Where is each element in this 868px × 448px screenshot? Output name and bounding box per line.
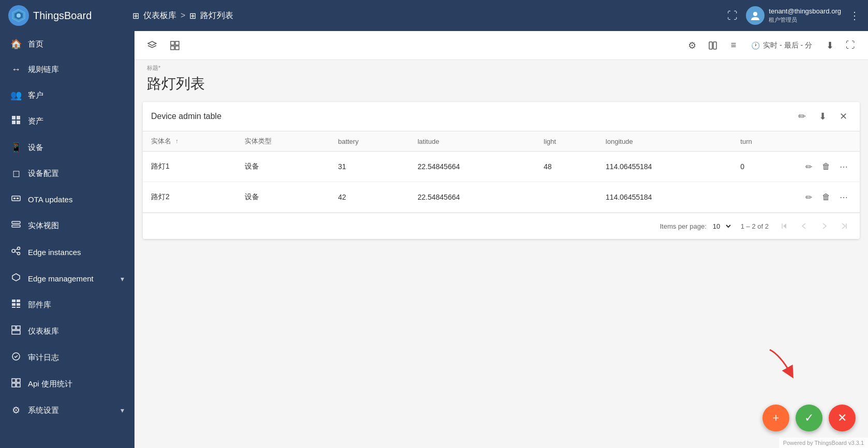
svg-rect-12 — [12, 225, 20, 227]
fullscreen-icon[interactable]: ⛶ — [727, 10, 738, 22]
breadcrumb-parent[interactable]: 仪表板库 — [143, 10, 176, 21]
sidebar-label-entity-view: 实体视图 — [28, 221, 124, 231]
sidebar-item-entity-view[interactable]: 实体视图 — [0, 213, 134, 239]
cell-light: 48 — [535, 152, 597, 182]
sidebar-item-widgets[interactable]: 部件库 — [0, 292, 134, 318]
app-name: ThingsBoard — [33, 10, 92, 22]
svg-rect-36 — [709, 42, 712, 49]
edit-row-button[interactable]: ✏ — [801, 159, 816, 174]
dashboards-icon — [10, 325, 22, 337]
prev-page-button[interactable] — [797, 218, 812, 234]
download-button[interactable]: ⬇ — [820, 36, 839, 55]
sidebar-item-api-usage[interactable]: Api 使用统计 — [0, 371, 134, 397]
svg-rect-26 — [12, 331, 20, 334]
logo-icon — [8, 5, 29, 26]
confirm-fab-button[interactable]: ✓ — [796, 405, 822, 431]
time-range-button[interactable]: 🕐 实时 - 最后 - 分 — [745, 38, 818, 53]
cancel-fab-button[interactable]: ✕ — [829, 405, 856, 431]
cell-entity-name: 路灯2 — [143, 182, 236, 213]
footer: Powered by ThingsBoard v3.3.1 — [779, 438, 868, 448]
sidebar-label-audit: 审计日志 — [28, 353, 124, 363]
filter-button[interactable]: ≡ — [724, 36, 743, 55]
cell-turn — [732, 182, 792, 213]
sidebar-label-devices: 设备 — [28, 143, 124, 153]
device-config-icon: ◻ — [10, 168, 22, 179]
svg-rect-31 — [17, 383, 20, 387]
next-page-button[interactable] — [816, 218, 832, 234]
widgets-icon — [10, 299, 22, 311]
items-per-page-select[interactable]: 10 25 50 100 — [711, 222, 732, 231]
sidebar-item-edge-instances[interactable]: Edge instances — [0, 239, 134, 265]
sidebar-item-edge-management[interactable]: Edge management ▾ — [0, 265, 134, 292]
user-role: 租户管理员 — [769, 16, 841, 24]
svg-rect-33 — [175, 41, 179, 45]
download-widget-button[interactable]: ⬇ — [814, 108, 831, 125]
confirm-icon: ✓ — [804, 411, 814, 425]
sidebar-item-system-settings[interactable]: ⚙ 系统设置 ▾ — [0, 397, 134, 423]
export-button[interactable] — [704, 36, 722, 55]
sidebar-item-customers[interactable]: 👥 客户 — [0, 82, 134, 108]
sidebar-item-audit[interactable]: 审计日志 — [0, 345, 134, 371]
more-row-button[interactable]: ⋯ — [836, 159, 851, 174]
widget-header: Device admin table ✏ ⬇ ✕ — [143, 102, 860, 131]
time-range-label: 实时 - 最后 - 分 — [763, 41, 812, 50]
col-header-entity-name: 实体名 ↑ — [143, 131, 236, 152]
sidebar-label-home: 首页 — [28, 39, 124, 49]
sidebar-item-rules[interactable]: ↔ 规则链库 — [0, 57, 134, 82]
sidebar-label-device-config: 设备配置 — [28, 169, 124, 178]
svg-rect-25 — [17, 326, 20, 330]
sort-icon[interactable]: ↑ — [175, 138, 178, 145]
add-fab-button[interactable]: + — [762, 405, 789, 431]
delete-row-button[interactable]: 🗑 — [818, 189, 834, 205]
settings-button[interactable]: ⚙ — [683, 36, 701, 55]
breadcrumb-grid-icon: ⊞ — [132, 11, 139, 21]
more-row-button[interactable]: ⋯ — [836, 189, 851, 205]
cancel-icon: ✕ — [837, 411, 847, 425]
cell-turn: 0 — [732, 152, 792, 182]
footer-text: Powered by ThingsBoard v3.3.1 — [783, 440, 864, 446]
assets-icon — [10, 115, 22, 127]
sidebar-item-ota[interactable]: OTA updates — [0, 186, 134, 213]
svg-rect-22 — [12, 307, 16, 308]
sidebar-label-ota: OTA updates — [28, 195, 124, 204]
top-nav-right: ⛶ tenant@thingsboard.org 租户管理员 ⋮ — [727, 6, 860, 25]
sidebar-item-home[interactable]: 🏠 首页 — [0, 31, 134, 57]
col-header-battery: battery — [330, 131, 409, 152]
fullscreen-button[interactable]: ⛶ — [841, 36, 860, 55]
col-header-turn: turn — [732, 131, 792, 152]
col-header-longitude: longitude — [597, 131, 732, 152]
more-icon[interactable]: ⋮ — [849, 9, 860, 22]
page-subtitle: 标题* — [147, 64, 856, 72]
sidebar-item-devices[interactable]: 📱 设备 — [0, 135, 134, 160]
home-icon: 🏠 — [10, 38, 22, 50]
edit-row-button[interactable]: ✏ — [801, 189, 816, 205]
cell-battery: 42 — [330, 182, 409, 213]
layers-button[interactable] — [143, 36, 161, 55]
page-header: 标题* 路灯列表 — [134, 60, 868, 102]
edge-management-expand-icon: ▾ — [121, 275, 124, 283]
svg-rect-19 — [17, 300, 20, 302]
page-title: 路灯列表 — [147, 74, 856, 94]
edit-widget-button[interactable]: ✏ — [794, 108, 810, 125]
close-widget-button[interactable]: ✕ — [835, 108, 851, 125]
last-page-button[interactable] — [836, 218, 851, 234]
sidebar-item-device-config[interactable]: ◻ 设备配置 — [0, 160, 134, 186]
entity-view-icon — [10, 220, 22, 232]
user-menu[interactable]: tenant@thingsboard.org 租户管理员 — [746, 6, 841, 25]
svg-rect-30 — [12, 383, 16, 387]
app-logo[interactable]: ThingsBoard — [8, 5, 132, 26]
clock-icon: 🕐 — [751, 41, 760, 50]
first-page-button[interactable] — [777, 218, 792, 234]
delete-row-button[interactable]: 🗑 — [818, 159, 834, 174]
system-settings-expand-icon: ▾ — [121, 406, 124, 414]
sidebar: 🏠 首页 ↔ 规则链库 👥 客户 资产 📱 设备 — [0, 31, 134, 448]
cell-longitude: 114.06455184 — [597, 182, 732, 213]
sidebar-label-widgets: 部件库 — [28, 300, 124, 310]
svg-rect-28 — [12, 379, 16, 382]
sidebar-item-assets[interactable]: 资产 — [0, 108, 134, 135]
sidebar-item-dashboards[interactable]: 仪表板库 — [0, 318, 134, 345]
device-table: 实体名 ↑ 实体类型 battery latitude — [143, 131, 860, 213]
audit-icon — [10, 352, 22, 364]
customers-icon: 👥 — [10, 89, 22, 101]
grid-view-button[interactable] — [166, 36, 184, 55]
